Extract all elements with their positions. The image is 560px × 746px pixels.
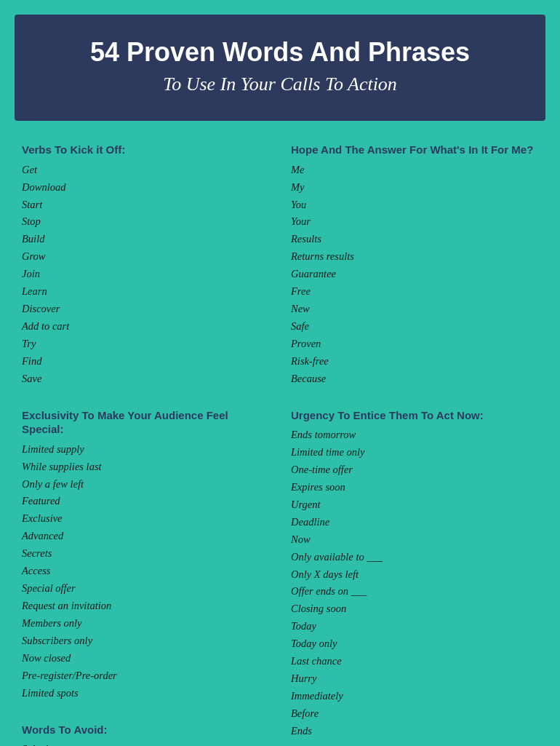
page-container: 54 Proven Words And Phrases To Use In Yo…: [0, 0, 560, 746]
list-item: Guarantee: [291, 266, 538, 283]
list-item: Try: [22, 336, 269, 353]
list-item: Limited spots: [22, 685, 269, 702]
section-title-1-0: Hope And The Answer For What's In It For…: [291, 143, 538, 157]
list-item: Free: [291, 283, 538, 301]
list-item: Subscribers only: [22, 632, 269, 650]
list-item: Only X days left: [291, 566, 538, 584]
list-item: Special offer: [22, 580, 269, 598]
list-item: Ends: [291, 723, 538, 740]
list-item: Risk-free: [291, 353, 538, 370]
list-item: Pre-register/Pre-order: [22, 667, 269, 685]
list-item: Me: [291, 162, 538, 179]
list-item: Hurry: [291, 670, 538, 688]
section-title-0-1: Exclusivity To Make Your Audience Feel S…: [22, 408, 269, 437]
section-1-0: Hope And The Answer For What's In It For…: [291, 143, 538, 387]
section-title-0-0: Verbs To Kick it Off:: [22, 143, 269, 157]
list-item: Secrets: [22, 545, 269, 563]
list-item: Safe: [291, 318, 538, 336]
list-item: Download: [22, 179, 269, 197]
section-0-0: Verbs To Kick it Off:GetDownloadStartSto…: [22, 143, 269, 387]
list-item: Expires soon: [291, 479, 538, 496]
list-item: Closing soon: [291, 600, 538, 618]
list-item: Exclusive: [22, 510, 269, 528]
section-title-0-2: Words To Avoid:: [22, 723, 269, 737]
list-item: Discover: [22, 301, 269, 318]
list-item: Featured: [22, 493, 269, 510]
list-item: Start: [22, 197, 269, 214]
section-0-2: Words To Avoid:SubmitOrderOur/ours: [22, 723, 269, 747]
list-item: My: [291, 179, 538, 197]
list-item: Returns results: [291, 248, 538, 266]
list-item: Last chance: [291, 653, 538, 670]
list-item: Limited supply: [22, 441, 269, 459]
list-item: Join: [22, 266, 269, 283]
list-item: Urgent: [291, 496, 538, 514]
list-item: Advanced: [22, 528, 269, 545]
list-item: Now closed: [22, 650, 269, 667]
list-item: Immediately: [291, 688, 538, 705]
section-0-1: Exclusivity To Make Your Audience Feel S…: [22, 408, 269, 702]
list-item: Today: [291, 618, 538, 635]
list-item: Save: [22, 370, 269, 388]
column-1: Hope And The Answer For What's In It For…: [291, 143, 538, 746]
list-item: Request an invitation: [22, 598, 269, 615]
list-item: Add to cart: [22, 318, 269, 336]
list-item: Stop: [22, 213, 269, 231]
page-title: 54 Proven Words And Phrases: [44, 36, 516, 68]
section-title-1-1: Urgency To Entice Them To Act Now:: [291, 408, 538, 423]
list-item: Ends tomorrow: [291, 426, 538, 444]
list-item: While supplies last: [22, 459, 269, 476]
content-area: Verbs To Kick it Off:GetDownloadStartSto…: [15, 143, 545, 746]
list-item: Only available to ___: [291, 549, 538, 566]
list-item: Now: [291, 531, 538, 549]
section-1-1: Urgency To Entice Them To Act Now:Ends t…: [291, 408, 538, 740]
list-item: Results: [291, 231, 538, 248]
list-item: Today only: [291, 635, 538, 653]
list-item: Deadline: [291, 514, 538, 531]
list-item: Build: [22, 231, 269, 248]
column-0: Verbs To Kick it Off:GetDownloadStartSto…: [22, 143, 269, 746]
list-item: Limited time only: [291, 444, 538, 461]
list-item: Proven: [291, 336, 538, 353]
list-item: Your: [291, 213, 538, 231]
list-item: Submit: [22, 741, 269, 746]
list-item: Only a few left: [22, 476, 269, 493]
list-item: New: [291, 301, 538, 318]
header-box: 54 Proven Words And Phrases To Use In Yo…: [15, 15, 545, 121]
list-item: Get: [22, 162, 269, 179]
list-item: Find: [22, 353, 269, 370]
list-item: Because: [291, 370, 538, 388]
list-item: Learn: [22, 283, 269, 301]
list-item: Grow: [22, 248, 269, 266]
page-subtitle: To Use In Your Calls To Action: [44, 74, 516, 95]
list-item: Members only: [22, 615, 269, 632]
list-item: Access: [22, 563, 269, 580]
list-item: Before: [291, 705, 538, 723]
list-item: Offer ends on ___: [291, 583, 538, 600]
list-item: You: [291, 197, 538, 214]
list-item: One-time offer: [291, 461, 538, 479]
